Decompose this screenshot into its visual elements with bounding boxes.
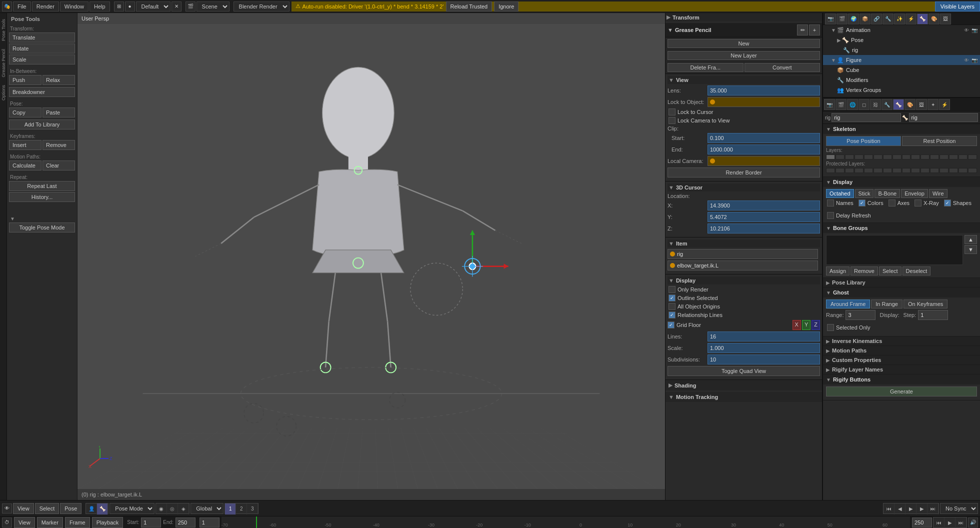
local-camera-value[interactable] (708, 156, 820, 166)
prop-icon-texture[interactable]: 🖼 (916, 99, 927, 110)
prev-frame-icon[interactable]: ◀ (894, 504, 906, 514)
prop-tab-data[interactable]: 🦴 (917, 14, 928, 24)
deselect-button[interactable]: Deselect (902, 266, 931, 276)
viewport[interactable]: User Persp (78, 13, 665, 500)
prop-icon-modifier[interactable]: 🔧 (882, 99, 892, 110)
subdivisions-value[interactable]: 10 (708, 354, 820, 364)
next-frame-icon[interactable]: ▶ (916, 504, 928, 514)
layer-2[interactable] (836, 154, 844, 160)
new-button[interactable]: New (668, 39, 820, 48)
bone-group-down[interactable]: ▼ (964, 245, 977, 254)
octahed-button[interactable]: Octahed (826, 189, 854, 198)
sync-selector[interactable]: No Sync (940, 503, 978, 514)
render-menu[interactable]: Render (32, 2, 59, 12)
screen-layout-icon[interactable]: ⊞ (114, 2, 124, 12)
add-to-library-button[interactable]: Add To Library (9, 120, 75, 130)
selected-only-checkbox[interactable] (827, 324, 834, 331)
tex-mode-icon[interactable]: ◈ (178, 504, 189, 514)
bone-groups-header[interactable]: ▼ Bone Groups (823, 223, 980, 233)
prop-icon-scene[interactable]: 🎬 (836, 99, 846, 110)
rewind-icon[interactable]: ⏮ (884, 504, 894, 514)
layer-5[interactable] (864, 154, 873, 160)
prop-tab-object[interactable]: 📦 (860, 14, 870, 24)
layer-3[interactable] (845, 154, 854, 160)
b-bone-button[interactable]: B-Bone (874, 189, 900, 198)
player-13[interactable] (940, 168, 948, 173)
lock-camera-checkbox[interactable] (668, 117, 676, 124)
layer2-icon[interactable]: 2 (236, 504, 247, 514)
history-button[interactable]: History... (9, 192, 75, 202)
audio-icon[interactable]: 🔊 (968, 518, 978, 528)
motion-paths-section-header[interactable]: ▶ Motion Paths (823, 346, 980, 356)
layer-16[interactable] (968, 154, 977, 160)
prop-icon-constraints[interactable]: ⛓ (870, 99, 881, 110)
timeline-marker-btn[interactable]: Marker (37, 517, 63, 528)
player-8[interactable] (892, 168, 902, 173)
y-value[interactable]: 5.4072 (708, 212, 820, 222)
visible-layers-button[interactable]: Visible Layers (935, 2, 980, 12)
camera-icon[interactable]: 📷 (971, 28, 978, 33)
wire-button[interactable]: Wire (929, 189, 948, 198)
layer-8[interactable] (892, 154, 902, 160)
copy-pose-button[interactable]: Copy (9, 108, 42, 118)
viewport-icon[interactable]: 👁 (2, 504, 12, 514)
help-menu[interactable]: Help (90, 2, 110, 12)
relationship-lines-checkbox[interactable] (668, 312, 676, 318)
ignore-button[interactable]: Ignore (494, 2, 518, 12)
engine-selector[interactable]: Blender Render (234, 2, 290, 12)
lens-value[interactable]: 35.000 (708, 86, 820, 96)
timeline-play[interactable]: ▶ (944, 518, 956, 528)
fast-forward-icon[interactable]: ⏭ (928, 504, 938, 514)
in-range-button[interactable]: In Range (871, 300, 902, 308)
select-button[interactable]: Select (879, 266, 902, 276)
prop-icon-render[interactable]: 📷 (824, 99, 835, 110)
timeline-forward[interactable]: ⏭ (956, 518, 966, 528)
render-mode-selector[interactable]: Default (136, 2, 170, 12)
player-6[interactable] (874, 168, 882, 173)
delete-frame-button[interactable]: Delete Fra... (668, 63, 744, 72)
timeline-frame-btn[interactable]: Frame (65, 517, 90, 528)
player-5[interactable] (864, 168, 873, 173)
names-checkbox[interactable] (827, 200, 834, 206)
translate-button[interactable]: Translate (9, 32, 75, 42)
lines-value[interactable]: 16 (708, 332, 820, 342)
remove-button[interactable]: Remove (850, 266, 878, 276)
layer1-icon[interactable]: 1 (225, 504, 236, 514)
start-value[interactable]: 0.100 (708, 133, 820, 143)
around-frame-button[interactable]: Around Frame (826, 300, 870, 308)
layer-12[interactable] (930, 154, 939, 160)
push-button[interactable]: Push (9, 75, 42, 85)
display-section-prop-header[interactable]: ▼ Display (823, 177, 980, 187)
tab-grease-pencil[interactable]: Grease Pencil (0, 45, 7, 82)
ik-header[interactable]: ▶ Inverse Kinematics (823, 336, 980, 346)
shading-section-header[interactable]: ▶ Shading (666, 380, 822, 390)
motion-tracking-section-header[interactable]: ▼ Motion Tracking (666, 392, 822, 402)
start-frame-input[interactable] (141, 518, 161, 528)
transform-section-header[interactable]: ▶ Transform (666, 13, 822, 22)
eye-icon[interactable]: 👁 (963, 28, 970, 33)
rig-alt-input[interactable]: rig (909, 113, 978, 122)
shapes-checkbox[interactable] (944, 200, 951, 206)
layer-11[interactable] (920, 154, 930, 160)
render-mode-icon[interactable]: ● (125, 2, 135, 12)
end-frame-input[interactable] (176, 518, 196, 528)
calculate-button[interactable]: Calculate (9, 160, 42, 170)
mode-selector[interactable]: Pose Mode (110, 503, 154, 514)
layer-13[interactable] (940, 154, 948, 160)
rigify-layer-names-header[interactable]: ▶ Rigify Layer Names (823, 365, 980, 374)
pivot-selector[interactable]: Global (190, 503, 224, 514)
prop-icon-physics[interactable]: ⚡ (939, 99, 950, 110)
layer-9[interactable] (902, 154, 911, 160)
player-1[interactable] (826, 168, 835, 173)
end-value[interactable]: 1000.000 (708, 144, 820, 154)
envelop-button[interactable]: Envelop (901, 189, 928, 198)
prop-tab-physics[interactable]: ⚡ (906, 14, 916, 24)
delay-refresh-checkbox[interactable] (827, 212, 834, 219)
relax-button[interactable]: Relax (42, 75, 75, 85)
prop-tab-scene[interactable]: 🎬 (836, 14, 848, 24)
outliner-item-vertex-groups[interactable]: 👥 Vertex Groups (823, 85, 980, 95)
breakdowner-button[interactable]: Breakdowner (9, 87, 75, 97)
only-render-checkbox[interactable] (668, 286, 676, 293)
skeleton-section-header[interactable]: ▼ Skeleton (823, 124, 980, 134)
scale-value[interactable]: 1.000 (708, 343, 820, 353)
